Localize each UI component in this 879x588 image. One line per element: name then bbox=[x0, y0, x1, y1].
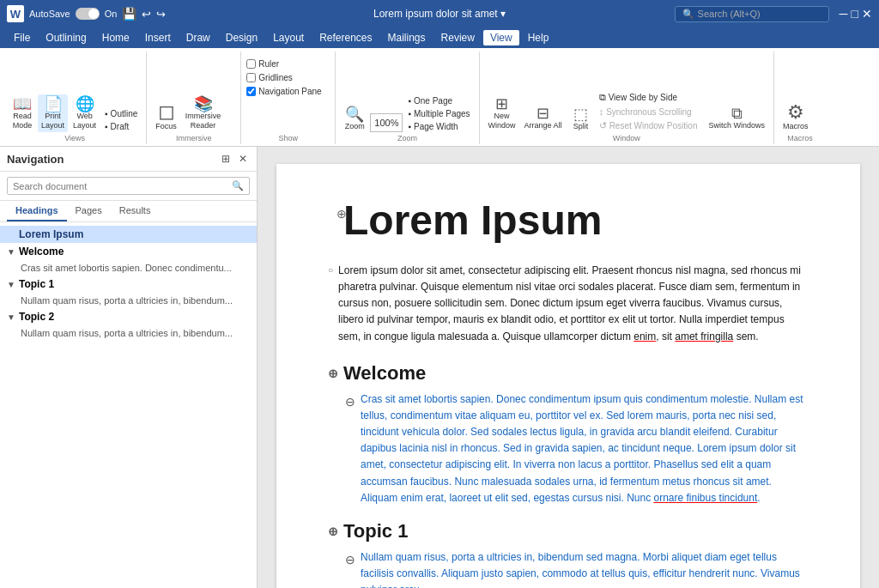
new-window-label: NewWindow bbox=[488, 112, 516, 130]
ruler-checkbox-input[interactable] bbox=[246, 59, 256, 69]
title-expand-btn[interactable]: ⊕ bbox=[336, 207, 347, 221]
doc-title-row: ⊕ Lorem Ipsum bbox=[328, 198, 809, 252]
autosave-toggle[interactable] bbox=[76, 8, 100, 20]
nav-item-welcome[interactable]: ▼ Welcome bbox=[0, 243, 257, 260]
welcome-expand-btn[interactable]: ⊕ bbox=[328, 367, 338, 380]
menu-mailings[interactable]: Mailings bbox=[381, 30, 433, 45]
topic1-heading-row: ⊕ Topic 1 bbox=[328, 520, 809, 543]
menu-draw[interactable]: Draw bbox=[179, 30, 217, 45]
welcome-sub-bullet: ⊖ bbox=[345, 392, 355, 506]
ribbon: 📖 ReadMode 📄 PrintLayout 🌐 WebLayout ▪ O… bbox=[0, 48, 879, 147]
nav-search-box[interactable]: 🔍 bbox=[7, 177, 250, 195]
outline-checkbox-icon: ▪ bbox=[105, 109, 108, 118]
focus-label: Focus bbox=[155, 122, 177, 130]
nav-item-subtext: Nullam quam risus, porta a ultricies in,… bbox=[21, 295, 233, 306]
ribbon-macros-top: ⚙ Macros bbox=[779, 53, 821, 132]
nav-item-topic2[interactable]: ▼ Topic 2 bbox=[0, 308, 257, 325]
one-page-btn[interactable]: ▪ One Page bbox=[404, 95, 473, 106]
multiple-pages-icon: ▪ bbox=[408, 109, 411, 118]
tab-headings[interactable]: Headings bbox=[7, 201, 67, 221]
arrange-all-icon: ⊟ bbox=[536, 106, 549, 121]
nav-item-topic1[interactable]: ▼ Topic 1 bbox=[0, 276, 257, 293]
menu-home[interactable]: Home bbox=[95, 30, 136, 45]
title-dropdown-arrow[interactable]: ▾ bbox=[500, 8, 506, 20]
nav-headings-list: Lorem Ipsum ▼ Welcome Cras sit amet lobo… bbox=[0, 222, 257, 588]
nav-close-btn[interactable]: ✕ bbox=[236, 152, 250, 166]
zoom-percentage[interactable]: 100% bbox=[370, 113, 403, 132]
ruler-checkbox[interactable]: Ruler bbox=[246, 58, 279, 70]
ruler-label: Ruler bbox=[258, 59, 279, 69]
read-mode-label: ReadMode bbox=[13, 112, 33, 130]
nav-item-welcome-sub[interactable]: Cras sit amet lobortis sapien. Donec con… bbox=[0, 260, 257, 276]
restore-btn[interactable]: □ bbox=[852, 7, 858, 21]
outline-btn[interactable]: ▪ Outline bbox=[101, 108, 141, 119]
nav-search-area: 🔍 bbox=[0, 172, 257, 201]
multiple-pages-label: Multiple Pages bbox=[414, 109, 470, 118]
tab-pages[interactable]: Pages bbox=[67, 201, 111, 221]
menu-review[interactable]: Review bbox=[434, 30, 482, 45]
menu-help[interactable]: Help bbox=[521, 30, 556, 45]
document-area[interactable]: ⊕ Lorem Ipsum ○ Lorem ipsum dolor sit am… bbox=[258, 147, 879, 588]
nav-item-topic2-sub[interactable]: Nullam quam risus, porta a ultricies in,… bbox=[0, 325, 257, 341]
topic1-para-row: ⊖ Nullam quam risus, porta a ultricies i… bbox=[345, 549, 809, 588]
split-btn[interactable]: ⬚ Split bbox=[567, 105, 595, 132]
page-width-label: Page Width bbox=[414, 122, 458, 131]
sync-scroll-btn[interactable]: ↕ Synchronous Scrolling bbox=[597, 106, 700, 118]
topic1-heading: Topic 1 bbox=[343, 520, 408, 543]
global-search[interactable]: 🔍 Search (Alt+Q) bbox=[675, 6, 829, 22]
view-side-by-side-btn[interactable]: ⧉ View Side by Side bbox=[597, 91, 700, 104]
nav-item-subtext: Cras sit amet lobortis sapien. Donec con… bbox=[21, 263, 232, 273]
save-icon[interactable]: 💾 bbox=[122, 7, 136, 21]
redo-icon[interactable]: ↪ bbox=[156, 8, 166, 21]
menu-file[interactable]: File bbox=[7, 30, 37, 45]
gridlines-checkbox-input[interactable] bbox=[246, 73, 256, 82]
menu-view[interactable]: View bbox=[483, 30, 519, 45]
print-layout-btn[interactable]: 📄 PrintLayout bbox=[38, 94, 68, 132]
ribbon-macros-section: ⚙ Macros Macros bbox=[774, 52, 826, 144]
focus-btn[interactable]: ◻ Focus bbox=[152, 100, 180, 132]
minimize-btn[interactable]: ─ bbox=[840, 7, 848, 21]
new-window-icon: ⊞ bbox=[495, 96, 508, 112]
welcome-para: Cras sit amet lobortis sapien. Donec con… bbox=[361, 391, 809, 506]
gridlines-checkbox[interactable]: Gridlines bbox=[246, 72, 292, 83]
zoom-btn[interactable]: 🔍 Zoom bbox=[341, 105, 368, 132]
doc-title: Lorem Ipsum bbox=[343, 198, 602, 244]
view-side-icon: ⧉ bbox=[599, 92, 606, 103]
topic1-expand-btn[interactable]: ⊕ bbox=[328, 524, 338, 538]
read-mode-btn[interactable]: 📖 ReadMode bbox=[9, 94, 36, 132]
ribbon-show-top: Ruler Gridlines Navigation Pane bbox=[246, 53, 330, 132]
reset-position-btn[interactable]: ↺ Reset Window Position bbox=[597, 119, 700, 132]
nav-item-topic1-sub[interactable]: Nullam quam risus, porta a ultricies in,… bbox=[0, 293, 257, 308]
undo-icon[interactable]: ↩ bbox=[142, 8, 151, 21]
close-btn[interactable]: ✕ bbox=[862, 7, 872, 21]
ribbon-immersive-section: ◻ Focus 📚 ImmersiveReader Immersive bbox=[147, 52, 241, 144]
tab-results[interactable]: Results bbox=[111, 201, 160, 221]
switch-windows-btn[interactable]: ⧉ Switch Windows bbox=[705, 104, 768, 132]
menu-design[interactable]: Design bbox=[219, 30, 264, 45]
title-bar: W AutoSave On 💾 ↩ ↪ Lorem ipsum dolor si… bbox=[0, 0, 879, 27]
nav-item-label: Topic 2 bbox=[19, 311, 54, 323]
multiple-pages-btn[interactable]: ▪ Multiple Pages bbox=[404, 108, 473, 119]
menu-references[interactable]: References bbox=[312, 30, 379, 45]
menu-bar: File Outlining Home Insert Draw Design L… bbox=[0, 27, 879, 48]
title-bar-right: 🔍 Search (Alt+Q) ─ □ ✕ bbox=[656, 6, 872, 22]
menu-insert[interactable]: Insert bbox=[138, 30, 178, 45]
nav-search-toggle[interactable]: ⊞ bbox=[219, 152, 233, 166]
immersive-section-label: Immersive bbox=[152, 132, 235, 142]
nav-tabs: Headings Pages Results bbox=[0, 201, 257, 222]
page-width-btn[interactable]: ▪ Page Width bbox=[404, 121, 473, 132]
menu-layout[interactable]: Layout bbox=[266, 30, 311, 45]
views-section-label: Views bbox=[9, 132, 141, 142]
arrange-all-btn[interactable]: ⊟ Arrange All bbox=[521, 104, 566, 132]
new-window-btn[interactable]: ⊞ NewWindow bbox=[485, 94, 519, 132]
body-bullet: ○ bbox=[328, 265, 333, 352]
nav-item-lorem-ipsum[interactable]: Lorem Ipsum bbox=[0, 226, 257, 243]
nav-pane-checkbox-input[interactable] bbox=[246, 87, 256, 96]
draft-btn[interactable]: ▪ Draft bbox=[101, 121, 141, 132]
macros-btn[interactable]: ⚙ Macros bbox=[779, 101, 812, 132]
search-input[interactable] bbox=[13, 181, 232, 191]
nav-pane-checkbox[interactable]: Navigation Pane bbox=[246, 86, 321, 97]
immersive-reader-btn[interactable]: 📚 ImmersiveReader bbox=[182, 94, 225, 132]
web-layout-btn[interactable]: 🌐 WebLayout bbox=[70, 94, 100, 132]
menu-outlining[interactable]: Outlining bbox=[39, 30, 93, 45]
